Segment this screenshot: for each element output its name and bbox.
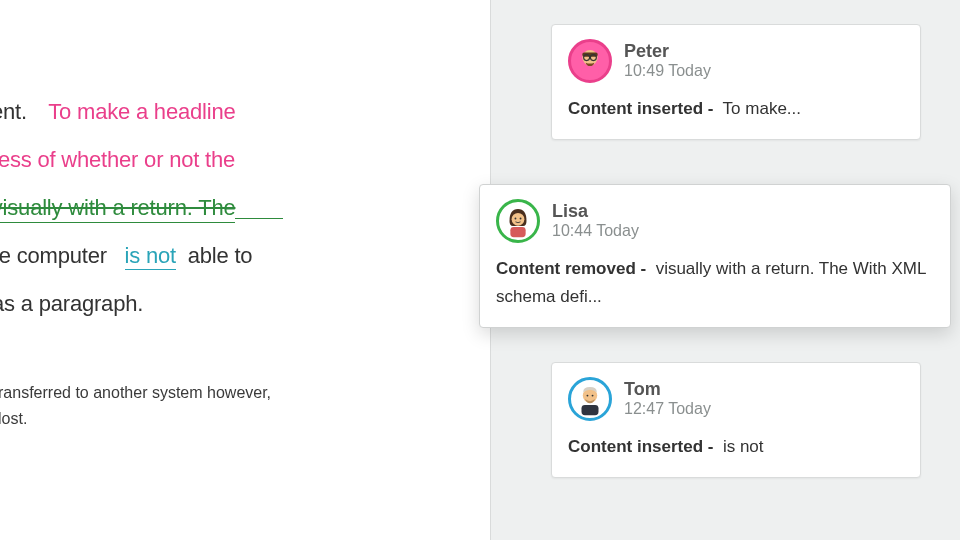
- insertion-mark[interactable]: is not: [125, 243, 176, 270]
- svg-rect-12: [582, 405, 599, 415]
- card-body: Content removed - visually with a return…: [496, 255, 934, 311]
- svg-point-6: [515, 218, 517, 220]
- svg-point-10: [587, 395, 589, 397]
- svg-rect-4: [582, 67, 599, 77]
- avatar: [568, 377, 612, 421]
- card-body: Content inserted - is not: [568, 433, 904, 461]
- card-header: Tom 12:47 Today: [568, 377, 904, 421]
- text-fragment: e. The computer: [0, 243, 125, 268]
- svg-point-7: [520, 218, 522, 220]
- avatar-face-icon: [501, 204, 535, 238]
- svg-point-5: [512, 213, 525, 226]
- deletion-mark[interactable]: visually with a return. The: [0, 195, 235, 223]
- card-body: Content inserted - To make...: [568, 95, 904, 123]
- card-header: Peter 10:49 Today: [568, 39, 904, 83]
- text-fragment: being transferred to another system howe…: [0, 380, 490, 406]
- change-snippet: is not: [713, 437, 763, 456]
- insertion-mark[interactable]: gardless of whether or not the: [0, 147, 235, 172]
- avatar-face-icon: [573, 44, 607, 78]
- document-paragraph-2[interactable]: being transferred to another system howe…: [0, 380, 490, 432]
- document-paragraph-1[interactable]: cument. To make a headline gardless of w…: [0, 88, 490, 328]
- insertion-mark[interactable]: To make a headline: [48, 99, 235, 124]
- text-fragment: ns get lost.: [0, 406, 490, 432]
- text-fragment: cument.: [0, 99, 48, 124]
- text-fragment: able to: [176, 243, 252, 268]
- svg-rect-8: [510, 227, 525, 237]
- change-card[interactable]: Tom 12:47 Today Content inserted - is no…: [551, 362, 921, 478]
- avatar: [496, 199, 540, 243]
- change-action: Content inserted -: [568, 437, 713, 456]
- author-name: Lisa: [552, 201, 639, 222]
- avatar-face-icon: [573, 382, 607, 416]
- timestamp: 12:47 Today: [624, 400, 711, 418]
- timestamp: 10:49 Today: [624, 62, 711, 80]
- svg-point-11: [592, 395, 594, 397]
- avatar: [568, 39, 612, 83]
- change-card[interactable]: Peter 10:49 Today Content inserted - To …: [551, 24, 921, 140]
- card-header: Lisa 10:44 Today: [496, 199, 934, 243]
- author-name: Peter: [624, 41, 711, 62]
- text-fragment: aph as a paragraph.: [0, 291, 143, 316]
- timestamp: 10:44 Today: [552, 222, 639, 240]
- comments-panel: Peter 10:49 Today Content inserted - To …: [490, 0, 960, 540]
- change-card[interactable]: Lisa 10:44 Today Content removed - visua…: [479, 184, 951, 328]
- deletion-underline-tail: [235, 218, 283, 219]
- author-name: Tom: [624, 379, 711, 400]
- change-snippet: To make...: [713, 99, 801, 118]
- document-area: cument. To make a headline gardless of w…: [0, 0, 490, 540]
- change-action: Content removed -: [496, 259, 646, 278]
- change-action: Content inserted -: [568, 99, 713, 118]
